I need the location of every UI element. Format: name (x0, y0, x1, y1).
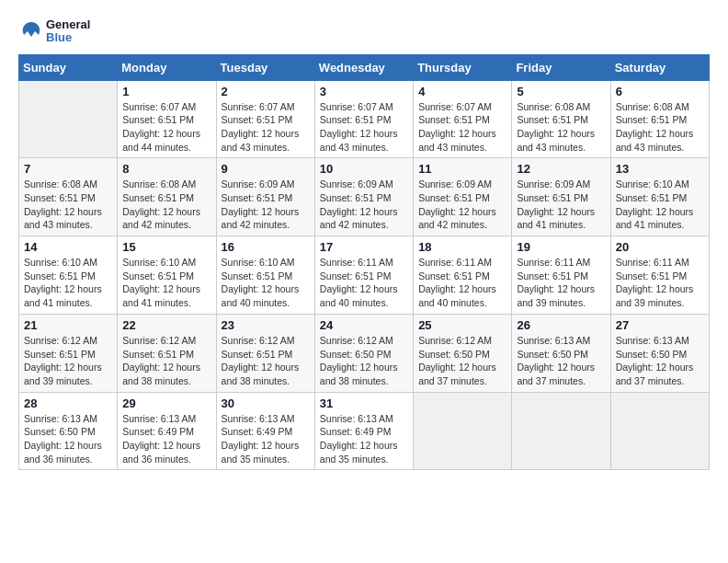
day-number: 3 (320, 85, 408, 98)
day-info: Sunrise: 6:09 AM Sunset: 6:51 PM Dayligh… (517, 178, 605, 232)
day-number: 13 (616, 162, 704, 176)
day-number: 20 (616, 240, 704, 254)
day-number: 24 (320, 318, 408, 332)
calendar-cell: 8Sunrise: 6:08 AM Sunset: 6:51 PM Daylig… (118, 158, 216, 236)
day-number: 21 (24, 318, 112, 332)
day-number: 28 (24, 396, 112, 410)
day-info: Sunrise: 6:10 AM Sunset: 6:51 PM Dayligh… (24, 256, 112, 310)
weekday-header-monday: Monday (118, 54, 216, 80)
day-number: 11 (418, 162, 506, 176)
day-info: Sunrise: 6:12 AM Sunset: 6:50 PM Dayligh… (320, 334, 408, 388)
day-info: Sunrise: 6:07 AM Sunset: 6:51 PM Dayligh… (122, 100, 210, 155)
calendar-cell (19, 80, 118, 158)
calendar-cell: 10Sunrise: 6:09 AM Sunset: 6:51 PM Dayli… (314, 158, 413, 236)
calendar-cell: 15Sunrise: 6:10 AM Sunset: 6:51 PM Dayli… (118, 236, 216, 315)
day-number: 1 (122, 85, 210, 98)
calendar-cell: 9Sunrise: 6:09 AM Sunset: 6:51 PM Daylig… (216, 158, 314, 236)
day-number: 30 (222, 396, 310, 410)
page-header: General Blue (18, 18, 710, 45)
day-number: 27 (616, 318, 704, 332)
day-number: 23 (222, 318, 310, 332)
day-number: 9 (222, 162, 310, 176)
calendar-cell: 4Sunrise: 6:07 AM Sunset: 6:51 PM Daylig… (414, 80, 512, 158)
calendar-cell (512, 392, 610, 470)
day-number: 12 (517, 162, 605, 176)
day-info: Sunrise: 6:08 AM Sunset: 6:51 PM Dayligh… (616, 100, 704, 155)
calendar-cell: 13Sunrise: 6:10 AM Sunset: 6:51 PM Dayli… (610, 158, 709, 236)
day-info: Sunrise: 6:09 AM Sunset: 6:51 PM Dayligh… (418, 178, 506, 232)
day-info: Sunrise: 6:12 AM Sunset: 6:51 PM Dayligh… (24, 334, 112, 388)
calendar-cell: 20Sunrise: 6:11 AM Sunset: 6:51 PM Dayli… (610, 236, 709, 315)
calendar-cell: 18Sunrise: 6:11 AM Sunset: 6:51 PM Dayli… (414, 236, 512, 315)
day-info: Sunrise: 6:07 AM Sunset: 6:51 PM Dayligh… (418, 100, 506, 155)
day-info: Sunrise: 6:09 AM Sunset: 6:51 PM Dayligh… (222, 178, 310, 232)
calendar-cell: 5Sunrise: 6:08 AM Sunset: 6:51 PM Daylig… (512, 80, 610, 158)
day-number: 17 (320, 240, 408, 254)
day-info: Sunrise: 6:10 AM Sunset: 6:51 PM Dayligh… (222, 256, 310, 310)
calendar-cell: 28Sunrise: 6:13 AM Sunset: 6:50 PM Dayli… (19, 392, 118, 470)
day-number: 2 (222, 85, 310, 98)
logo: General Blue (18, 18, 90, 45)
calendar-cell: 16Sunrise: 6:10 AM Sunset: 6:51 PM Dayli… (216, 236, 314, 315)
weekday-header-thursday: Thursday (414, 54, 512, 80)
calendar-cell: 23Sunrise: 6:12 AM Sunset: 6:51 PM Dayli… (216, 314, 314, 392)
calendar-cell (414, 392, 512, 470)
calendar-week-row: 21Sunrise: 6:12 AM Sunset: 6:51 PM Dayli… (19, 314, 710, 392)
day-info: Sunrise: 6:13 AM Sunset: 6:50 PM Dayligh… (616, 334, 704, 388)
day-number: 18 (418, 240, 506, 254)
calendar-cell: 11Sunrise: 6:09 AM Sunset: 6:51 PM Dayli… (414, 158, 512, 236)
calendar-table: SundayMondayTuesdayWednesdayThursdayFrid… (18, 54, 710, 471)
day-number: 4 (418, 85, 506, 98)
day-info: Sunrise: 6:07 AM Sunset: 6:51 PM Dayligh… (222, 100, 310, 155)
logo-bird-icon (18, 18, 44, 44)
calendar-cell: 7Sunrise: 6:08 AM Sunset: 6:51 PM Daylig… (19, 158, 118, 236)
day-number: 6 (616, 85, 704, 98)
day-info: Sunrise: 6:13 AM Sunset: 6:50 PM Dayligh… (24, 412, 112, 466)
day-info: Sunrise: 6:13 AM Sunset: 6:49 PM Dayligh… (320, 412, 408, 466)
calendar-cell: 27Sunrise: 6:13 AM Sunset: 6:50 PM Dayli… (610, 314, 709, 392)
calendar-cell: 1Sunrise: 6:07 AM Sunset: 6:51 PM Daylig… (118, 80, 216, 158)
day-info: Sunrise: 6:13 AM Sunset: 6:49 PM Dayligh… (222, 412, 310, 466)
calendar-cell: 14Sunrise: 6:10 AM Sunset: 6:51 PM Dayli… (19, 236, 118, 315)
calendar-cell: 21Sunrise: 6:12 AM Sunset: 6:51 PM Dayli… (19, 314, 118, 392)
day-number: 25 (418, 318, 506, 332)
calendar-cell: 3Sunrise: 6:07 AM Sunset: 6:51 PM Daylig… (314, 80, 413, 158)
weekday-header-tuesday: Tuesday (216, 54, 314, 80)
calendar-header-row: SundayMondayTuesdayWednesdayThursdayFrid… (19, 54, 710, 80)
calendar-cell: 24Sunrise: 6:12 AM Sunset: 6:50 PM Dayli… (314, 314, 413, 392)
day-info: Sunrise: 6:11 AM Sunset: 6:51 PM Dayligh… (517, 256, 605, 310)
weekday-header-wednesday: Wednesday (314, 54, 413, 80)
day-info: Sunrise: 6:08 AM Sunset: 6:51 PM Dayligh… (24, 178, 112, 232)
day-number: 10 (320, 162, 408, 176)
calendar-cell: 12Sunrise: 6:09 AM Sunset: 6:51 PM Dayli… (512, 158, 610, 236)
day-number: 29 (122, 396, 210, 410)
day-info: Sunrise: 6:08 AM Sunset: 6:51 PM Dayligh… (517, 100, 605, 155)
calendar-week-row: 28Sunrise: 6:13 AM Sunset: 6:50 PM Dayli… (19, 392, 710, 470)
day-info: Sunrise: 6:11 AM Sunset: 6:51 PM Dayligh… (320, 256, 408, 310)
calendar-cell: 2Sunrise: 6:07 AM Sunset: 6:51 PM Daylig… (216, 80, 314, 158)
day-info: Sunrise: 6:13 AM Sunset: 6:49 PM Dayligh… (122, 412, 210, 466)
calendar-cell: 19Sunrise: 6:11 AM Sunset: 6:51 PM Dayli… (512, 236, 610, 315)
weekday-header-friday: Friday (512, 54, 610, 80)
day-info: Sunrise: 6:12 AM Sunset: 6:51 PM Dayligh… (222, 334, 310, 388)
day-info: Sunrise: 6:12 AM Sunset: 6:50 PM Dayligh… (418, 334, 506, 388)
calendar-week-row: 1Sunrise: 6:07 AM Sunset: 6:51 PM Daylig… (19, 80, 710, 158)
day-info: Sunrise: 6:09 AM Sunset: 6:51 PM Dayligh… (320, 178, 408, 232)
calendar-cell (610, 392, 709, 470)
calendar-cell: 22Sunrise: 6:12 AM Sunset: 6:51 PM Dayli… (118, 314, 216, 392)
day-info: Sunrise: 6:07 AM Sunset: 6:51 PM Dayligh… (320, 100, 408, 155)
weekday-header-sunday: Sunday (19, 54, 118, 80)
calendar-week-row: 7Sunrise: 6:08 AM Sunset: 6:51 PM Daylig… (19, 158, 710, 236)
day-number: 16 (222, 240, 310, 254)
day-number: 22 (122, 318, 210, 332)
day-number: 7 (24, 162, 112, 176)
day-number: 5 (517, 85, 605, 98)
weekday-header-saturday: Saturday (610, 54, 709, 80)
calendar-cell: 25Sunrise: 6:12 AM Sunset: 6:50 PM Dayli… (414, 314, 512, 392)
calendar-week-row: 14Sunrise: 6:10 AM Sunset: 6:51 PM Dayli… (19, 236, 710, 315)
day-number: 8 (122, 162, 210, 176)
day-info: Sunrise: 6:10 AM Sunset: 6:51 PM Dayligh… (616, 178, 704, 232)
day-info: Sunrise: 6:13 AM Sunset: 6:50 PM Dayligh… (517, 334, 605, 388)
day-number: 26 (517, 318, 605, 332)
day-info: Sunrise: 6:12 AM Sunset: 6:51 PM Dayligh… (122, 334, 210, 388)
